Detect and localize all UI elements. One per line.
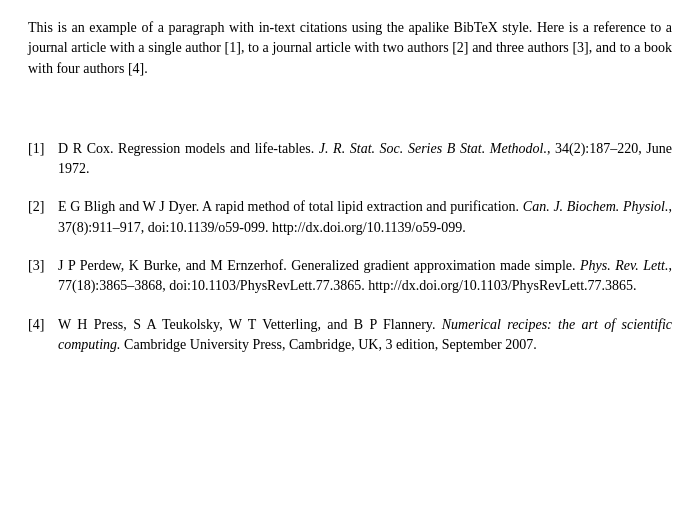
ref-label-3: [3] (28, 256, 58, 297)
intro-paragraph: This is an example of a paragraph with i… (28, 18, 672, 79)
ref-item-1: [1] D R Cox. Regression models and life-… (28, 139, 672, 180)
ref-item-2: [2] E G Bligh and W J Dyer. A rapid meth… (28, 197, 672, 238)
ref-item-3: [3] J P Perdew, K Burke, and M Ernzerhof… (28, 256, 672, 297)
ref-label-4: [4] (28, 315, 58, 356)
ref-content-3: J P Perdew, K Burke, and M Ernzerhof. Ge… (58, 256, 672, 297)
ref-content-2: E G Bligh and W J Dyer. A rapid method o… (58, 197, 672, 238)
main-content: This is an example of a paragraph with i… (28, 18, 672, 355)
references-section: [1] D R Cox. Regression models and life-… (28, 139, 672, 355)
ref-label-1: [1] (28, 139, 58, 180)
ref-label-2: [2] (28, 197, 58, 238)
ref-item-4: [4] W H Press, S A Teukolsky, W T Vetter… (28, 315, 672, 356)
ref-content-1: D R Cox. Regression models and life-tabl… (58, 139, 672, 180)
ref-content-4: W H Press, S A Teukolsky, W T Vetterling… (58, 315, 672, 356)
